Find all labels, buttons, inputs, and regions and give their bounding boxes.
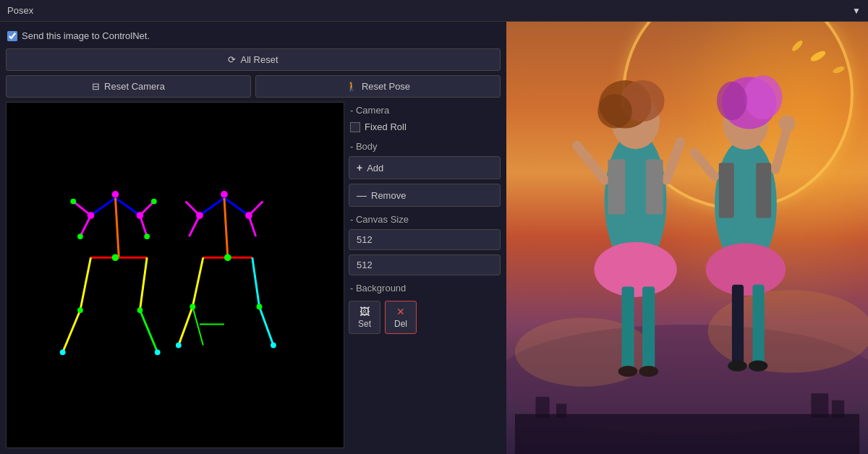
- svg-rect-79: [536, 397, 550, 418]
- svg-line-44: [192, 307, 203, 345]
- svg-line-14: [140, 257, 147, 310]
- remove-icon: [357, 189, 367, 201]
- svg-point-17: [155, 349, 161, 355]
- svg-point-41: [271, 343, 276, 348]
- svg-point-71: [728, 360, 747, 371]
- svg-line-26: [224, 198, 249, 215]
- svg-point-53: [597, 94, 632, 129]
- canvas-height-input[interactable]: 512: [349, 254, 501, 275]
- camera-section-label: - Camera: [349, 102, 501, 119]
- svg-line-25: [200, 198, 224, 215]
- fixed-roll-label: Fixed Roll: [365, 121, 407, 132]
- delete-background-button[interactable]: Del: [385, 301, 417, 334]
- svg-rect-78: [515, 414, 859, 454]
- all-reset-button[interactable]: ⟳ All Reset: [6, 48, 501, 71]
- svg-point-58: [639, 366, 658, 377]
- svg-point-40: [257, 304, 263, 309]
- all-reset-label: All Reset: [240, 54, 278, 65]
- svg-line-34: [192, 257, 203, 307]
- svg-point-21: [77, 234, 83, 239]
- svg-point-72: [749, 360, 768, 371]
- send-controlnet-checkbox[interactable]: [7, 31, 17, 41]
- svg-point-18: [88, 212, 95, 219]
- svg-line-11: [63, 310, 80, 352]
- send-controlnet-label: Send this image to ControlNet.: [22, 30, 150, 41]
- svg-line-60: [666, 142, 680, 180]
- del-bg-label: Del: [394, 319, 407, 329]
- svg-rect-76: [719, 163, 734, 218]
- workspace-row: - Camera Fixed Roll - Body Add Remove: [6, 102, 501, 448]
- app-container: Posex ▼ Send this image to ControlNet. ⟳…: [0, 0, 868, 454]
- svg-line-2: [115, 198, 140, 215]
- controls-panel: - Camera Fixed Roll - Body Add Remove: [349, 102, 501, 448]
- app-title: Posex: [7, 5, 33, 16]
- figures-svg: [506, 22, 868, 454]
- svg-rect-70: [752, 285, 764, 364]
- svg-line-74: [775, 129, 787, 170]
- svg-rect-62: [646, 159, 663, 214]
- reset-buttons-row: ⊟ Reset Camera 🚶 Reset Pose: [6, 75, 501, 98]
- remove-body-button[interactable]: Remove: [349, 184, 501, 207]
- svg-line-10: [80, 257, 91, 310]
- svg-rect-81: [811, 393, 828, 417]
- reset-camera-icon: ⊟: [92, 81, 100, 92]
- set-bg-label: Set: [358, 319, 371, 329]
- svg-point-67: [717, 82, 747, 120]
- svg-point-20: [70, 199, 76, 205]
- svg-point-24: [221, 191, 228, 198]
- body-section-label: - Body: [349, 138, 501, 155]
- svg-line-73: [694, 153, 715, 176]
- add-icon: [357, 162, 362, 174]
- reset-camera-label: Reset Camera: [104, 81, 165, 92]
- svg-point-12: [77, 307, 83, 313]
- reset-pose-button[interactable]: 🚶 Reset Pose: [255, 75, 501, 98]
- remove-label: Remove: [371, 190, 406, 201]
- canvas-size-section-label: - Canvas Size: [349, 211, 501, 228]
- collapse-arrow-icon[interactable]: ▼: [852, 6, 861, 16]
- svg-point-9: [112, 254, 119, 261]
- svg-line-4: [80, 215, 91, 236]
- svg-line-28: [189, 215, 200, 236]
- svg-point-75: [779, 116, 796, 132]
- svg-line-15: [140, 310, 157, 352]
- left-panel: Send this image to ControlNet. ⟳ All Res…: [0, 22, 506, 454]
- svg-rect-77: [756, 163, 771, 218]
- svg-line-1: [91, 198, 116, 215]
- svg-rect-80: [556, 403, 566, 417]
- svg-point-19: [137, 212, 144, 219]
- reset-pose-label: Reset Pose: [362, 81, 410, 92]
- all-reset-icon: ⟳: [228, 54, 236, 65]
- svg-point-43: [245, 212, 252, 219]
- svg-point-13: [60, 349, 66, 355]
- add-body-button[interactable]: Add: [349, 156, 501, 179]
- set-bg-icon: [359, 306, 370, 317]
- svg-point-84: [791, 39, 804, 53]
- background-section-label: - Background: [349, 280, 501, 296]
- title-bar: Posex ▼: [0, 0, 868, 22]
- svg-rect-55: [622, 287, 634, 369]
- svg-rect-61: [608, 159, 625, 214]
- background-buttons: Set Del: [349, 301, 501, 334]
- svg-line-39: [260, 307, 273, 345]
- svg-point-57: [618, 366, 638, 377]
- artwork-background: [506, 22, 868, 454]
- fixed-roll-row: Fixed Roll: [349, 120, 501, 137]
- pose-svg: [7, 103, 344, 447]
- reset-camera-button[interactable]: ⊟ Reset Camera: [6, 75, 251, 98]
- svg-point-47: [708, 290, 868, 372]
- svg-line-31: [224, 198, 228, 258]
- svg-point-85: [832, 65, 846, 74]
- svg-line-7: [115, 198, 119, 258]
- svg-point-23: [144, 234, 150, 239]
- set-background-button[interactable]: Set: [349, 301, 380, 334]
- del-bg-icon: [396, 306, 405, 317]
- pose-canvas-area[interactable]: [6, 102, 344, 448]
- svg-point-68: [706, 244, 786, 296]
- fixed-roll-checkbox[interactable]: [350, 122, 360, 132]
- reset-pose-icon: 🚶: [346, 81, 357, 92]
- canvas-width-input[interactable]: 512: [349, 229, 501, 250]
- svg-point-83: [809, 49, 827, 64]
- svg-point-66: [744, 75, 782, 119]
- svg-point-16: [137, 307, 143, 313]
- svg-point-42: [196, 212, 203, 219]
